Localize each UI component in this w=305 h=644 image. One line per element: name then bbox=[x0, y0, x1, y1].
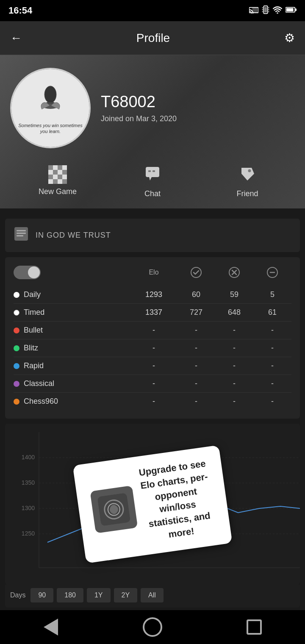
stats-game-type: Chess960 bbox=[24, 397, 130, 406]
upgrade-logo bbox=[90, 486, 138, 533]
stats-draws: - bbox=[253, 379, 291, 388]
nav-recent-button[interactable] bbox=[241, 614, 267, 640]
stats-dot bbox=[14, 345, 19, 351]
svg-text:1350: 1350 bbox=[22, 479, 35, 486]
app-bar: ← Profile ⚙ bbox=[0, 21, 305, 55]
profile-username: T68002 bbox=[101, 93, 295, 111]
settings-button[interactable]: ⚙ bbox=[284, 31, 295, 45]
stats-game-type: Rapid bbox=[24, 361, 130, 370]
profile-text: T68002 Joined on Mar 3, 2020 bbox=[101, 93, 295, 123]
stats-dot bbox=[14, 381, 19, 387]
chart-filter-label: Days bbox=[10, 591, 25, 599]
chart-section: 1400 1350 1300 1250 Upgrade to see Elo c… bbox=[5, 424, 300, 585]
chess-piece-icon bbox=[33, 82, 67, 120]
col-header-wins bbox=[177, 267, 215, 278]
stats-draws: 61 bbox=[253, 308, 291, 317]
chart-filters: Days 90 180 1Y 2Y All bbox=[5, 585, 300, 608]
stats-draws: 5 bbox=[253, 290, 291, 299]
nav-back-icon bbox=[44, 619, 58, 636]
stats-wins: - bbox=[177, 361, 215, 370]
svg-rect-1 bbox=[252, 7, 258, 13]
filter-1y[interactable]: 1Y bbox=[87, 588, 111, 602]
stats-game-type: Daily bbox=[24, 290, 130, 299]
stats-draws: - bbox=[253, 326, 291, 335]
stats-wins: 60 bbox=[177, 290, 215, 299]
upgrade-banner[interactable]: Upgrade to see Elo charts, per-opponent … bbox=[72, 445, 232, 564]
svg-point-10 bbox=[277, 12, 278, 14]
chat-label: Chat bbox=[144, 189, 161, 198]
stats-row: Timed 1337 727 648 61 bbox=[14, 304, 291, 322]
stats-row: Blitz - - - - bbox=[14, 339, 291, 357]
nav-home-button[interactable] bbox=[140, 614, 165, 640]
stats-row: Rapid - - - - bbox=[14, 357, 291, 375]
svg-point-26 bbox=[191, 267, 201, 278]
svg-text:1300: 1300 bbox=[22, 505, 35, 511]
stats-losses: - bbox=[215, 361, 253, 370]
chat-button[interactable]: Chat bbox=[105, 165, 200, 198]
battery-icon bbox=[286, 6, 297, 15]
svg-point-21 bbox=[248, 169, 251, 172]
stats-elo: - bbox=[130, 379, 177, 388]
vibrate-icon bbox=[262, 5, 269, 17]
svg-point-14 bbox=[44, 86, 56, 103]
new-game-label: New Game bbox=[39, 187, 77, 196]
stats-losses: - bbox=[215, 344, 253, 353]
svg-rect-17 bbox=[146, 167, 159, 177]
col-header-losses bbox=[215, 267, 253, 278]
stats-dot bbox=[14, 310, 19, 316]
svg-rect-19 bbox=[148, 170, 151, 172]
svg-marker-18 bbox=[149, 177, 152, 180]
stats-game-type: Timed bbox=[24, 308, 130, 317]
bio-section: IN GOD WE TRUST bbox=[5, 219, 300, 252]
stats-losses: 648 bbox=[215, 308, 253, 317]
stats-losses: - bbox=[215, 326, 253, 335]
stats-rows-container: Daily 1293 60 59 5 Timed 1337 727 648 61… bbox=[14, 286, 291, 410]
stats-wins: 727 bbox=[177, 308, 215, 317]
svg-rect-23 bbox=[17, 230, 26, 231]
svg-rect-25 bbox=[17, 235, 23, 236]
status-bar: 16:54 bbox=[0, 0, 305, 21]
col-header-draws bbox=[253, 267, 291, 278]
svg-text:1250: 1250 bbox=[22, 530, 35, 537]
stats-dot bbox=[14, 328, 19, 333]
wifi-icon bbox=[273, 6, 282, 16]
profile-join-date: Joined on Mar 3, 2020 bbox=[101, 114, 295, 123]
stats-wins: - bbox=[177, 379, 215, 388]
stats-elo: - bbox=[130, 397, 177, 406]
stats-row: Daily 1293 60 59 5 bbox=[14, 286, 291, 304]
upgrade-logo-icon bbox=[97, 493, 130, 526]
friend-label: Friend bbox=[236, 189, 258, 198]
nav-back-button[interactable] bbox=[38, 614, 64, 640]
filter-all[interactable]: All bbox=[141, 588, 164, 602]
stats-row: Chess960 - - - - bbox=[14, 393, 291, 410]
stats-elo: - bbox=[130, 344, 177, 353]
stats-draws: - bbox=[253, 344, 291, 353]
stats-dot bbox=[14, 399, 19, 405]
filter-2y[interactable]: 2Y bbox=[114, 588, 138, 602]
friend-button[interactable]: Friend bbox=[200, 165, 295, 198]
avatar-text: Sometimes you win sometimes you learn. bbox=[16, 122, 85, 135]
profile-info-row: Sometimes you win sometimes you learn. T… bbox=[10, 68, 295, 148]
svg-text:1400: 1400 bbox=[22, 454, 35, 461]
avatar: Sometimes you win sometimes you learn. bbox=[10, 68, 91, 148]
stats-section: Elo Da bbox=[5, 257, 300, 419]
status-icons bbox=[249, 5, 297, 17]
bio-text: IN GOD WE TRUST bbox=[36, 231, 111, 240]
toggle-switch[interactable] bbox=[14, 266, 41, 279]
back-button[interactable]: ← bbox=[10, 31, 22, 45]
stats-wins: - bbox=[177, 344, 215, 353]
stats-game-type: Classical bbox=[24, 379, 130, 388]
stats-wins: - bbox=[177, 326, 215, 335]
stats-wins: - bbox=[177, 397, 215, 406]
stats-draws: - bbox=[253, 397, 291, 406]
filter-180[interactable]: 180 bbox=[57, 588, 83, 602]
filter-90[interactable]: 90 bbox=[30, 588, 53, 602]
new-game-button[interactable]: New Game bbox=[10, 165, 105, 198]
stats-elo: 1293 bbox=[130, 290, 177, 299]
stats-row: Bullet - - - - bbox=[14, 322, 291, 339]
svg-rect-3 bbox=[264, 7, 267, 12]
stats-draws: - bbox=[253, 361, 291, 370]
chat-icon bbox=[144, 165, 161, 186]
stats-dot bbox=[14, 363, 19, 369]
section-divider-1 bbox=[0, 208, 305, 214]
